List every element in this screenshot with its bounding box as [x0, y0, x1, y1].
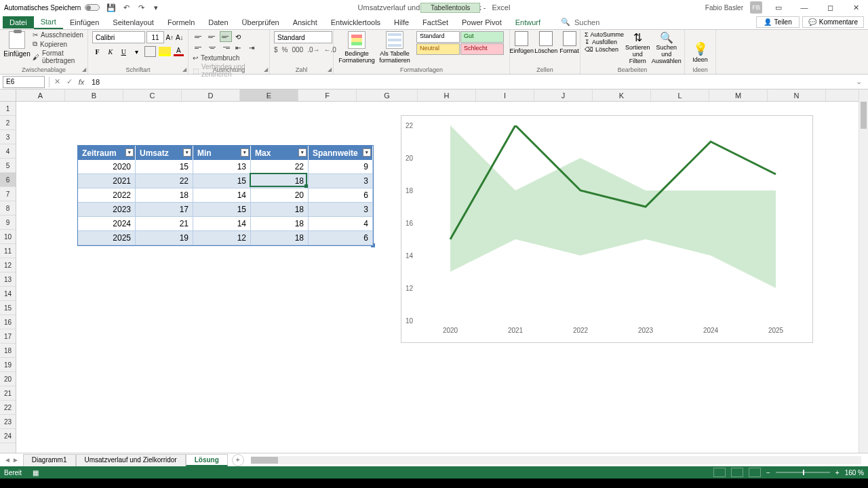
filter-dropdown-icon[interactable]: ▾	[298, 148, 307, 157]
new-sheet-button[interactable]: +	[232, 454, 244, 466]
tab-daten[interactable]: Daten	[201, 16, 235, 28]
col-header-G[interactable]: G	[357, 89, 418, 101]
zoom-in-button[interactable]: +	[835, 469, 840, 476]
horizontal-scrollbar[interactable]	[251, 456, 861, 464]
row-header-16[interactable]: 16	[0, 315, 16, 329]
tab-ansicht[interactable]: Ansicht	[286, 16, 324, 28]
sheet-tab[interactable]: Umsatzverlauf und Zielkorridor	[76, 454, 186, 466]
col-header-A[interactable]: A	[16, 89, 65, 101]
dialog-launcher-icon[interactable]: ◢	[328, 66, 332, 73]
table-cell[interactable]: 3	[309, 174, 373, 188]
tab-einfügen[interactable]: Einfügen	[63, 16, 106, 28]
sheet-tab[interactable]: Diagramm1	[23, 454, 76, 466]
table-cell[interactable]: 22	[251, 160, 309, 174]
row-header-11[interactable]: 11	[0, 244, 16, 258]
row-header-3[interactable]: 3	[0, 130, 16, 144]
row-header-20[interactable]: 20	[0, 372, 16, 386]
row-header-18[interactable]: 18	[0, 344, 16, 358]
tab-factset[interactable]: FactSet	[416, 16, 455, 28]
align-right-button[interactable]	[220, 42, 232, 53]
table-header-min[interactable]: Min▾	[193, 146, 251, 160]
table-cell[interactable]: 21	[136, 217, 193, 231]
row-header-21[interactable]: 21	[0, 386, 16, 401]
increase-indent-button[interactable]: ⇥	[247, 42, 259, 53]
user-name[interactable]: Fabio Basler	[705, 4, 743, 12]
user-avatar[interactable]: FB	[750, 1, 762, 14]
table-row[interactable]: 20251912186	[78, 231, 373, 245]
fill-color-button[interactable]	[159, 47, 170, 56]
sheet-nav[interactable]: ◄►	[0, 456, 23, 464]
table-cell[interactable]: 2025	[78, 231, 136, 245]
scroll-thumb[interactable]	[251, 457, 278, 464]
autosave-toggle[interactable]	[85, 4, 100, 11]
filter-dropdown-icon[interactable]: ▾	[125, 148, 134, 157]
comments-button[interactable]: 💬Kommentare	[802, 16, 864, 28]
col-header-K[interactable]: K	[593, 89, 651, 101]
row-header-22[interactable]: 22	[0, 401, 16, 415]
page-layout-view-button[interactable]	[731, 468, 743, 477]
dialog-launcher-icon[interactable]: ◢	[182, 66, 186, 73]
tab-file[interactable]: Datei	[3, 16, 34, 28]
align-center-button[interactable]	[206, 42, 218, 53]
table-cell[interactable]: 18	[251, 231, 309, 245]
table-cell[interactable]: 12	[193, 231, 251, 245]
zoom-level[interactable]: 160 %	[845, 469, 864, 476]
table-cell[interactable]: 14	[193, 188, 251, 203]
row-header-9[interactable]: 9	[0, 216, 16, 230]
align-bottom-button[interactable]	[220, 31, 232, 42]
tab-hilfe[interactable]: Hilfe	[387, 16, 416, 28]
qat-customize-icon[interactable]: ▾	[151, 3, 161, 12]
col-header-M[interactable]: M	[709, 89, 768, 101]
align-top-button[interactable]	[193, 31, 205, 42]
italic-button[interactable]: K	[105, 46, 115, 57]
tab-überprüfen[interactable]: Überprüfen	[235, 16, 286, 28]
scroll-thumb[interactable]	[861, 102, 867, 129]
table-cell[interactable]: 15	[193, 203, 251, 217]
table-cell[interactable]: 18	[251, 217, 309, 231]
bold-button[interactable]: F	[92, 46, 102, 57]
format-painter-button[interactable]: 🖌Format übertragen	[33, 49, 83, 64]
col-header-N[interactable]: N	[768, 89, 826, 101]
next-sheet-icon[interactable]: ►	[12, 456, 19, 464]
zoom-out-button[interactable]: −	[766, 469, 770, 476]
table-row[interactable]: 20201513229	[78, 160, 373, 174]
row-header-8[interactable]: 8	[0, 201, 16, 216]
table-cell[interactable]: 22	[136, 174, 193, 188]
font-name-select[interactable]	[92, 31, 145, 43]
cut-button[interactable]: ✂Ausschneiden	[33, 31, 83, 39]
col-header-H[interactable]: H	[418, 89, 476, 101]
table-cell[interactable]: 2020	[78, 160, 136, 174]
col-header-I[interactable]: I	[476, 89, 534, 101]
borders-button[interactable]	[144, 46, 156, 57]
row-header-5[interactable]: 5	[0, 159, 16, 173]
autosum-button[interactable]: ΣAutoSumme	[585, 31, 624, 38]
row-header-14[interactable]: 14	[0, 287, 16, 301]
increase-decimal-button[interactable]: .0→	[307, 46, 319, 54]
underline-button[interactable]: U	[119, 46, 129, 57]
save-icon[interactable]: 💾	[106, 3, 116, 12]
name-box[interactable]	[3, 76, 45, 88]
row-headers[interactable]: 123456789101112131415161718192021222324	[0, 102, 16, 453]
decrease-font-icon[interactable]: A↓	[176, 31, 184, 43]
col-header-D[interactable]: D	[182, 89, 240, 101]
table-cell[interactable]: 18	[136, 188, 193, 203]
minimize-icon[interactable]: ―	[795, 1, 814, 14]
row-header-17[interactable]: 17	[0, 329, 16, 344]
increase-font-icon[interactable]: A↑	[165, 31, 174, 43]
table-header-spannweite[interactable]: Spannweite▾	[309, 146, 373, 160]
row-header-13[interactable]: 13	[0, 272, 16, 287]
tab-formeln[interactable]: Formeln	[161, 16, 201, 28]
table-header-umsatz[interactable]: Umsatz▾	[136, 146, 193, 160]
table-cell[interactable]: 19	[136, 231, 193, 245]
table-cell[interactable]: 18	[251, 203, 309, 217]
table-row[interactable]: 20231715183	[78, 203, 373, 217]
filter-dropdown-icon[interactable]: ▾	[183, 148, 191, 157]
align-middle-button[interactable]	[206, 31, 218, 42]
ribbon-mode-icon[interactable]: ▭	[769, 1, 788, 14]
autosave[interactable]: Automatisches Speichern	[4, 4, 100, 12]
style-schlecht[interactable]: Schlecht	[460, 43, 504, 55]
table-cell[interactable]: 2024	[78, 217, 136, 231]
orientation-button[interactable]: ⟲	[233, 31, 245, 42]
select-all-corner[interactable]	[0, 89, 16, 102]
table-row[interactable]: 20242114184	[78, 217, 373, 231]
